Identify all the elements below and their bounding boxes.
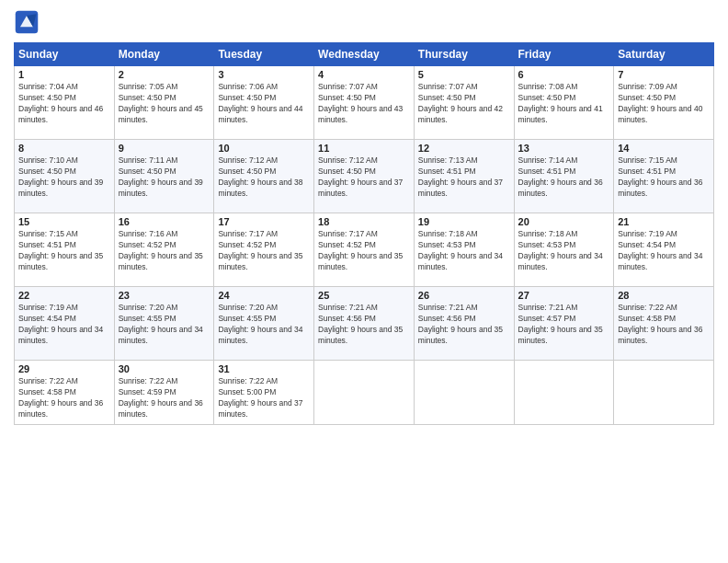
day-info: Sunrise: 7:20 AM Sunset: 4:55 PM Dayligh… [119, 303, 210, 347]
day-header-sunday: Sunday [15, 43, 115, 66]
day-info: Sunrise: 7:21 AM Sunset: 4:57 PM Dayligh… [518, 303, 610, 347]
day-info: Sunrise: 7:13 AM Sunset: 4:51 PM Dayligh… [418, 155, 510, 200]
day-cell: 6 Sunrise: 7:08 AM Sunset: 4:50 PM Dayli… [514, 66, 614, 140]
daylight: Daylight: 9 hours and 36 minutes. [119, 398, 203, 419]
sunset: Sunset: 4:50 PM [119, 167, 176, 176]
sunset: Sunset: 4:57 PM [518, 314, 576, 323]
day-cell: 28 Sunrise: 7:22 AM Sunset: 4:58 PM Dayl… [614, 287, 714, 361]
sunrise: Sunrise: 7:21 AM [418, 303, 478, 312]
sunrise: Sunrise: 7:17 AM [318, 229, 378, 238]
sunset: Sunset: 4:50 PM [618, 93, 676, 102]
calendar-table: SundayMondayTuesdayWednesdayThursdayFrid… [14, 42, 714, 425]
day-info: Sunrise: 7:17 AM Sunset: 4:52 PM Dayligh… [218, 229, 310, 273]
sunrise: Sunrise: 7:15 AM [618, 155, 677, 165]
day-info: Sunrise: 7:20 AM Sunset: 4:55 PM Dayligh… [218, 303, 310, 347]
daylight: Daylight: 9 hours and 41 minutes. [518, 104, 603, 124]
daylight: Daylight: 9 hours and 35 minutes. [518, 325, 603, 345]
day-info: Sunrise: 7:22 AM Sunset: 4:58 PM Dayligh… [18, 376, 110, 420]
sunrise: Sunrise: 7:22 AM [618, 303, 677, 312]
day-info: Sunrise: 7:12 AM Sunset: 4:50 PM Dayligh… [218, 155, 310, 200]
day-number: 22 [18, 290, 110, 301]
sunset: Sunset: 4:52 PM [318, 240, 376, 249]
day-info: Sunrise: 7:04 AM Sunset: 4:50 PM Dayligh… [18, 82, 110, 126]
day-info: Sunrise: 7:09 AM Sunset: 4:50 PM Dayligh… [618, 82, 710, 126]
daylight: Daylight: 9 hours and 46 minutes. [18, 104, 103, 124]
day-info: Sunrise: 7:12 AM Sunset: 4:50 PM Dayligh… [318, 155, 410, 200]
day-number: 10 [218, 143, 310, 154]
day-info: Sunrise: 7:16 AM Sunset: 4:52 PM Dayligh… [119, 229, 210, 273]
calendar-week-row: 29 Sunrise: 7:22 AM Sunset: 4:58 PM Dayl… [15, 361, 714, 425]
day-number: 11 [318, 143, 410, 154]
day-cell: 9 Sunrise: 7:11 AM Sunset: 4:50 PM Dayli… [114, 140, 214, 213]
day-number: 13 [518, 143, 610, 154]
daylight: Daylight: 9 hours and 38 minutes. [218, 178, 302, 198]
day-number: 20 [518, 216, 610, 227]
day-cell: 11 Sunrise: 7:12 AM Sunset: 4:50 PM Dayl… [314, 140, 415, 213]
daylight: Daylight: 9 hours and 43 minutes. [318, 104, 403, 124]
daylight: Daylight: 9 hours and 39 minutes. [119, 178, 203, 198]
day-number: 23 [119, 290, 210, 301]
sunset: Sunset: 4:50 PM [18, 167, 76, 176]
day-info: Sunrise: 7:14 AM Sunset: 4:51 PM Dayligh… [518, 155, 610, 200]
sunset: Sunset: 4:50 PM [518, 93, 576, 102]
day-cell: 18 Sunrise: 7:17 AM Sunset: 4:52 PM Dayl… [314, 213, 415, 287]
day-info: Sunrise: 7:17 AM Sunset: 4:52 PM Dayligh… [318, 229, 410, 273]
sunset: Sunset: 4:58 PM [618, 314, 676, 323]
daylight: Daylight: 9 hours and 35 minutes. [418, 325, 503, 345]
sunrise: Sunrise: 7:12 AM [218, 155, 278, 165]
day-cell: 19 Sunrise: 7:18 AM Sunset: 4:53 PM Dayl… [414, 213, 514, 287]
sunrise: Sunrise: 7:06 AM [218, 82, 278, 91]
day-header-monday: Monday [114, 43, 214, 66]
sunrise: Sunrise: 7:21 AM [518, 303, 578, 312]
page-header [14, 9, 714, 35]
calendar-week-row: 15 Sunrise: 7:15 AM Sunset: 4:51 PM Dayl… [15, 213, 714, 287]
day-info: Sunrise: 7:18 AM Sunset: 4:53 PM Dayligh… [518, 229, 610, 273]
daylight: Daylight: 9 hours and 34 minutes. [218, 325, 302, 345]
sunrise: Sunrise: 7:08 AM [518, 82, 578, 91]
day-number: 17 [218, 216, 310, 227]
day-cell: 31 Sunrise: 7:22 AM Sunset: 5:00 PM Dayl… [214, 361, 314, 425]
day-number: 27 [518, 290, 610, 301]
sunrise: Sunrise: 7:21 AM [318, 303, 378, 312]
day-info: Sunrise: 7:11 AM Sunset: 4:50 PM Dayligh… [119, 155, 210, 200]
sunrise: Sunrise: 7:18 AM [418, 229, 478, 238]
daylight: Daylight: 9 hours and 34 minutes. [18, 325, 103, 345]
daylight: Daylight: 9 hours and 36 minutes. [18, 398, 103, 419]
sunrise: Sunrise: 7:12 AM [318, 155, 378, 165]
day-number: 14 [618, 143, 710, 154]
day-cell: 26 Sunrise: 7:21 AM Sunset: 4:56 PM Dayl… [414, 287, 514, 361]
day-info: Sunrise: 7:21 AM Sunset: 4:56 PM Dayligh… [318, 303, 410, 347]
day-info: Sunrise: 7:22 AM Sunset: 4:59 PM Dayligh… [119, 376, 210, 420]
day-cell: 25 Sunrise: 7:21 AM Sunset: 4:56 PM Dayl… [314, 287, 415, 361]
empty-day-cell [414, 361, 514, 425]
sunset: Sunset: 4:51 PM [18, 240, 76, 249]
daylight: Daylight: 9 hours and 35 minutes. [18, 251, 103, 271]
sunset: Sunset: 4:50 PM [218, 167, 276, 176]
sunrise: Sunrise: 7:10 AM [18, 155, 78, 165]
sunset: Sunset: 4:50 PM [318, 167, 376, 176]
day-header-wednesday: Wednesday [314, 43, 415, 66]
daylight: Daylight: 9 hours and 44 minutes. [218, 104, 302, 124]
daylight: Daylight: 9 hours and 35 minutes. [218, 251, 302, 271]
day-number: 7 [618, 69, 710, 80]
day-info: Sunrise: 7:08 AM Sunset: 4:50 PM Dayligh… [518, 82, 610, 126]
sunrise: Sunrise: 7:22 AM [119, 376, 178, 385]
sunset: Sunset: 4:50 PM [18, 93, 76, 102]
sunset: Sunset: 4:55 PM [119, 314, 176, 323]
sunset: Sunset: 4:51 PM [618, 167, 676, 176]
sunrise: Sunrise: 7:14 AM [518, 155, 578, 165]
day-number: 1 [18, 69, 110, 80]
day-info: Sunrise: 7:19 AM Sunset: 4:54 PM Dayligh… [618, 229, 710, 273]
day-cell: 24 Sunrise: 7:20 AM Sunset: 4:55 PM Dayl… [214, 287, 314, 361]
sunset: Sunset: 4:53 PM [518, 240, 576, 249]
day-info: Sunrise: 7:19 AM Sunset: 4:54 PM Dayligh… [18, 303, 110, 347]
day-cell: 30 Sunrise: 7:22 AM Sunset: 4:59 PM Dayl… [114, 361, 214, 425]
sunrise: Sunrise: 7:20 AM [119, 303, 178, 312]
day-info: Sunrise: 7:18 AM Sunset: 4:53 PM Dayligh… [418, 229, 510, 273]
day-info: Sunrise: 7:21 AM Sunset: 4:56 PM Dayligh… [418, 303, 510, 347]
day-header-tuesday: Tuesday [214, 43, 314, 66]
sunrise: Sunrise: 7:15 AM [18, 229, 78, 238]
daylight: Daylight: 9 hours and 37 minutes. [318, 178, 403, 198]
daylight: Daylight: 9 hours and 40 minutes. [618, 104, 702, 124]
day-number: 8 [18, 143, 110, 154]
